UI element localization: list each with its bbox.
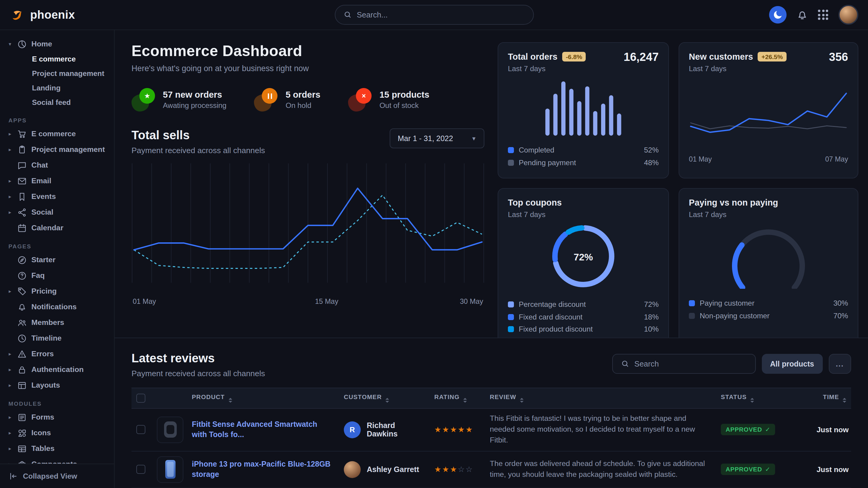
total-orders-value: 16,247: [624, 51, 659, 64]
sidebar-item-label: Forms: [31, 413, 54, 421]
caret-icon: ▸: [7, 178, 13, 184]
product-thumbnail[interactable]: [157, 417, 183, 443]
sidebar: ▾HomeE commerceProject managementLanding…: [0, 30, 115, 488]
apps-grid-icon[interactable]: [818, 10, 828, 20]
clipboard-icon: [18, 145, 27, 154]
column-header-review[interactable]: REVIEW: [485, 388, 716, 409]
product-link[interactable]: Fitbit Sense Advanced Smartwatch with To…: [192, 420, 334, 440]
rating-stars: ★★★☆☆: [434, 465, 473, 474]
star-icon: ★: [131, 88, 156, 111]
stat-caption: On hold: [286, 101, 320, 109]
sidebar-item-faq[interactable]: Faq: [7, 268, 108, 283]
brand[interactable]: phoenix: [10, 7, 115, 23]
legend-swatch: [508, 160, 514, 166]
stat-value: 5 orders: [286, 90, 320, 99]
column-header-product[interactable]: PRODUCT: [187, 388, 339, 409]
row-checkbox[interactable]: [136, 425, 145, 434]
reviews-search-input[interactable]: [634, 359, 746, 368]
sidebar-item-events[interactable]: ▸Events: [7, 189, 108, 204]
tag-icon: [18, 287, 27, 296]
sidebar-item-authentication[interactable]: ▸Authentication: [7, 362, 108, 378]
theme-toggle-moon-icon[interactable]: [769, 6, 786, 24]
legend-value: 48%: [644, 159, 659, 167]
column-header-rating[interactable]: RATING: [430, 388, 485, 409]
sidebar-item-label: Email: [31, 176, 51, 185]
bookmark-icon: [18, 192, 27, 201]
sidebar-item-calendar[interactable]: Calendar: [7, 220, 108, 236]
page-subtitle: Here's what's going on at your business …: [131, 64, 484, 73]
more-options-button[interactable]: ...: [829, 354, 851, 374]
sidebar-item-project-management[interactable]: ▸Project management: [7, 142, 108, 157]
column-header-customer[interactable]: CUSTOMER: [339, 388, 430, 409]
sidebar-item-label: Calendar: [31, 224, 63, 232]
sidebar-subitem-e-commerce[interactable]: E commerce: [7, 52, 108, 66]
sidebar-item-label: Pricing: [31, 287, 57, 295]
lock-icon: [18, 365, 27, 374]
sidebar-item-members[interactable]: Members: [7, 315, 108, 330]
delta-badge: +26.5%: [758, 52, 786, 62]
notifications-bell-icon[interactable]: [797, 9, 808, 20]
select-all-checkbox[interactable]: [136, 394, 145, 403]
alert-icon: [18, 349, 27, 358]
legend-label: Non-paying customer: [700, 312, 770, 320]
caret-icon: ▸: [7, 351, 13, 357]
sidebar-item-label: Starter: [31, 256, 56, 264]
orders-bar-chart: [532, 80, 634, 136]
sidebar-item-label: Layouts: [31, 381, 60, 389]
sidebar-item-pricing[interactable]: ▸Pricing: [7, 283, 108, 299]
legend-value: 30%: [833, 299, 848, 308]
sidebar-item-starter[interactable]: Starter: [7, 252, 108, 268]
sidebar-item-icons[interactable]: ▸Icons: [7, 425, 108, 441]
legend-value: 18%: [644, 313, 659, 321]
card-period: Last 7 days: [508, 210, 659, 219]
legend-swatch: [508, 148, 514, 154]
sidebar-section-pages: PAGES: [8, 243, 108, 250]
row-checkbox[interactable]: [136, 465, 145, 474]
caret-icon: ▾: [7, 41, 13, 47]
product-thumbnail[interactable]: [157, 456, 183, 483]
caret-icon: ▸: [7, 131, 13, 137]
sidebar-item-e-commerce[interactable]: ▸E commerce: [7, 126, 108, 142]
product-link[interactable]: iPhone 13 pro max-Pacific Blue-128GB sto…: [192, 459, 334, 480]
bell-icon: [18, 302, 27, 312]
kpi-cards: Total orders -6.8% Last 7 days 16,247 Co…: [498, 42, 858, 337]
sidebar-item-home[interactable]: ▾Home: [7, 36, 108, 52]
card-period: Last 7 days: [689, 210, 848, 219]
customer-name: Ashley Garrett: [367, 465, 419, 474]
caret-icon: ▸: [7, 209, 13, 215]
review-time: Just now: [793, 409, 851, 451]
stat-caption: Awating processing: [163, 101, 226, 109]
stat-value: 15 products: [379, 90, 429, 99]
search-input[interactable]: [357, 10, 525, 19]
sidebar-item-social[interactable]: ▸Social: [7, 204, 108, 220]
collapsed-view-toggle[interactable]: Collapsed View: [0, 464, 114, 488]
sidebar-item-chat[interactable]: Chat: [7, 157, 108, 173]
sidebar-item-tables[interactable]: ▸Tables: [7, 441, 108, 456]
sidebar-subitem-landing[interactable]: Landing: [7, 81, 108, 95]
total-sells-subtitle: Payment received across all channels: [131, 146, 265, 155]
all-products-button[interactable]: All products: [762, 354, 823, 374]
collapsed-view-label: Collapsed View: [23, 472, 77, 481]
sidebar-item-timeline[interactable]: Timeline: [7, 330, 108, 346]
pause-icon: [254, 88, 278, 111]
sidebar-subitem-social-feed[interactable]: Social feed: [7, 95, 108, 110]
sidebar-item-layouts[interactable]: ▸Layouts: [7, 378, 108, 393]
coupons-legend: Percentage discount72%Fixed card discoun…: [508, 298, 659, 335]
sidebar-item-forms[interactable]: ▸Forms: [7, 409, 108, 425]
column-header-status[interactable]: STATUS: [716, 388, 793, 409]
legend-swatch: [508, 326, 514, 332]
user-avatar[interactable]: [838, 5, 858, 25]
reviews-search[interactable]: [612, 354, 755, 374]
sidebar-subitem-project-management[interactable]: Project management: [7, 66, 108, 81]
collapse-icon: [9, 472, 18, 481]
sidebar-item-email[interactable]: ▸Email: [7, 173, 108, 189]
cart-icon: [18, 129, 27, 138]
column-header-time[interactable]: TIME: [793, 388, 851, 409]
global-search[interactable]: [335, 5, 533, 25]
sidebar-item-notifications[interactable]: Notifications: [7, 299, 108, 315]
date-range-select[interactable]: Mar 1 - 31, 2022 ▼: [390, 128, 484, 148]
legend-label: Fixed product discount: [519, 325, 593, 334]
sidebar-item-errors[interactable]: ▸Errors: [7, 346, 108, 362]
sidebar-item-label: Authentication: [31, 365, 84, 374]
caret-icon: ▸: [7, 430, 13, 436]
